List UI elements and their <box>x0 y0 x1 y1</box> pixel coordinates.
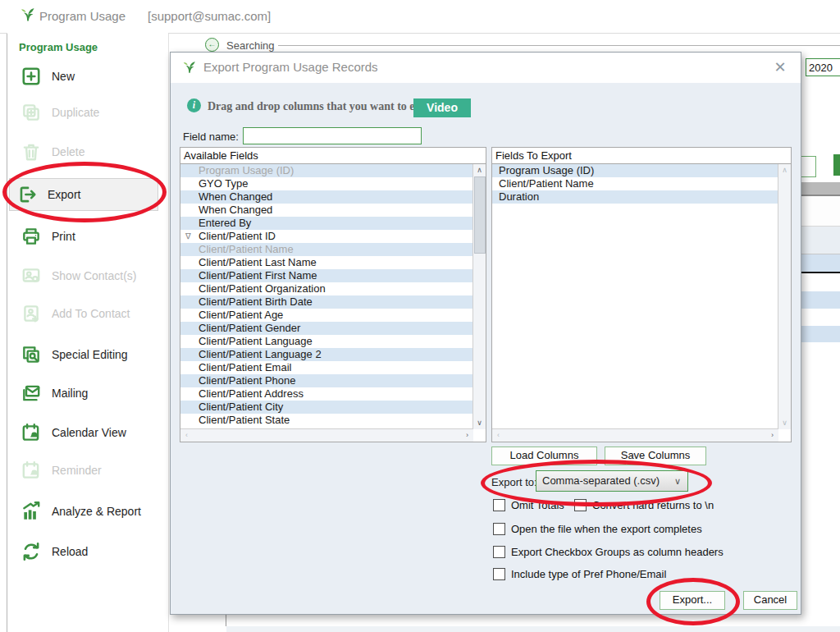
scroll-right-icon[interactable]: › <box>461 429 473 442</box>
field-row[interactable]: Client/Patient Age <box>180 309 473 322</box>
field-row[interactable]: Client/Patient Name <box>492 177 778 190</box>
sidebar-item-analyze-report[interactable]: Analyze & Report <box>14 495 167 528</box>
duplicate-icon <box>21 102 42 123</box>
collapse-search-icon[interactable]: ← <box>205 38 219 52</box>
checkbox-convert-hard-returns[interactable]: Convert hard returns to \n <box>574 499 714 511</box>
sidebar-item-calendar-view[interactable]: Calendar View <box>14 416 167 449</box>
export-format-dropdown[interactable]: Comma-separated (.csv) ∨ <box>536 470 688 492</box>
scroll-down-icon[interactable]: ∨ <box>778 417 791 429</box>
save-columns-button[interactable]: Save Columns <box>605 447 706 465</box>
load-columns-button[interactable]: Load Columns <box>491 447 597 465</box>
sidebar-item-label: Mailing <box>52 387 88 400</box>
field-row[interactable]: When Changed <box>180 204 473 217</box>
checkbox-label: Omit Totals <box>511 499 564 511</box>
field-row[interactable]: Client/Patient State <box>180 414 473 427</box>
fields-to-export-header: Fields To Export <box>492 148 791 164</box>
sidebar-item-new[interactable]: New <box>14 60 167 93</box>
field-row[interactable]: GYO Type <box>180 177 473 190</box>
field-row[interactable]: Client/Patient City <box>180 401 473 414</box>
field-row[interactable]: Client/Patient Last Name <box>180 256 473 269</box>
reload-icon <box>21 541 42 562</box>
export-to-label: Export to: <box>491 476 537 488</box>
checkbox-label: Export Checkbox Groups as column headers <box>511 546 724 558</box>
fields-to-export-panel: Fields To Export Program Usage (ID) Clie… <box>491 147 792 442</box>
search-groupbox-border <box>276 45 840 46</box>
sidebar-item-label: New <box>52 70 75 83</box>
scroll-left-icon[interactable]: ‹ <box>492 429 504 442</box>
checkbox-icon[interactable] <box>493 568 505 580</box>
sidebar-item-delete: Delete <box>14 135 167 168</box>
field-row[interactable]: Program Usage (ID) <box>492 164 778 177</box>
field-row[interactable]: Client/Patient Name <box>180 243 473 256</box>
calendar-bell-icon <box>21 422 42 443</box>
field-row[interactable]: Client/Patient Birth Date <box>180 295 473 309</box>
checkbox-icon[interactable] <box>574 499 587 511</box>
background-table-row <box>226 626 840 632</box>
cancel-button[interactable]: Cancel <box>743 591 797 610</box>
field-row[interactable]: Client/Patient Organization <box>180 282 473 295</box>
scroll-up-icon[interactable]: ∧ <box>778 164 791 176</box>
scroll-left-icon[interactable]: ‹ <box>180 429 193 442</box>
app-titlebar: Program Usage [support@sumac.com] <box>0 0 840 34</box>
sidebar-item-print[interactable]: Print <box>14 220 167 253</box>
field-row[interactable]: ∇Client/Patient ID <box>180 230 473 243</box>
field-marker-icon: ∇ <box>185 230 191 243</box>
field-row[interactable]: Client/Patient Address <box>180 387 473 401</box>
export-button[interactable]: Export... <box>660 591 725 610</box>
checkbox-label: Convert hard returns to \n <box>592 499 714 511</box>
fields-to-export-list: Program Usage (ID) Client/Patient Name D… <box>492 164 778 429</box>
scroll-down-icon[interactable]: ∨ <box>473 417 486 429</box>
checkbox-omit-totals[interactable]: Omit Totals <box>493 499 564 511</box>
background-green-button-fragment <box>833 154 840 176</box>
year-input[interactable] <box>806 58 840 76</box>
field-row[interactable]: Entered By <box>180 217 473 230</box>
field-row[interactable]: Duration <box>492 190 778 204</box>
checkbox-include-pref-type[interactable]: Include type of Pref Phone/Email <box>493 568 666 580</box>
app-logo-icon <box>20 7 36 23</box>
field-row[interactable]: When Changed <box>180 190 473 204</box>
sidebar-item-label: Delete <box>52 145 84 158</box>
sidebar-divider <box>168 33 169 632</box>
field-row[interactable]: Program Usage (ID) <box>180 164 473 177</box>
vertical-scrollbar[interactable]: ∧ ∨ <box>472 164 486 429</box>
checkbox-icon[interactable] <box>493 523 505 535</box>
available-fields-panel: Available Fields Program Usage (ID) GYO … <box>180 147 486 442</box>
checkbox-open-file[interactable]: Open the file when the export completes <box>493 523 702 535</box>
sidebar-item-export[interactable]: Export <box>9 178 158 211</box>
mail-icon <box>21 382 42 404</box>
field-row[interactable]: Client/Patient Language <box>180 335 473 348</box>
field-row[interactable]: Client/Patient Phone <box>180 374 473 387</box>
sidebar-item-reload[interactable]: Reload <box>14 535 167 568</box>
dialog-title: Export Program Usage Records <box>203 60 378 74</box>
background-table-row <box>797 196 840 227</box>
sidebar-item-special-editing[interactable]: Special Editing <box>14 338 167 371</box>
checkbox-icon[interactable] <box>493 546 505 558</box>
sidebar-item-label: Reminder <box>52 464 102 477</box>
background-table-divider <box>797 272 840 273</box>
horizontal-scrollbar[interactable]: ‹ › <box>492 428 778 442</box>
field-row[interactable]: Client/Patient Email <box>180 361 473 374</box>
scroll-up-icon[interactable]: ∧ <box>473 164 486 176</box>
background-table-row <box>797 326 840 342</box>
available-fields-header: Available Fields <box>180 148 486 164</box>
field-row[interactable]: Client/Patient First Name <box>180 269 473 282</box>
vertical-scrollbar[interactable]: ∧ ∨ <box>778 164 791 429</box>
background-table-row <box>797 309 840 326</box>
checkbox-icon[interactable] <box>493 499 505 511</box>
background-table-row <box>797 254 840 272</box>
scrollbar-thumb[interactable] <box>474 176 486 254</box>
sidebar-item-label: Calendar View <box>52 426 126 439</box>
close-icon[interactable]: ✕ <box>771 58 789 76</box>
horizontal-scrollbar[interactable]: ‹ › <box>180 428 473 442</box>
field-name-input[interactable] <box>243 127 422 144</box>
field-row[interactable]: Client/Patient Gender <box>180 322 473 335</box>
app-title: Program Usage <box>39 9 126 23</box>
sidebar-item-mailing[interactable]: Mailing <box>14 377 167 410</box>
scroll-right-icon[interactable]: › <box>766 429 778 442</box>
sidebar-item-label: Add To Contact <box>52 307 130 320</box>
video-button[interactable]: Video <box>413 98 471 117</box>
checkbox-export-checkbox-groups[interactable]: Export Checkbox Groups as column headers <box>493 546 724 558</box>
field-row[interactable]: Client/Patient Language 2 <box>180 348 473 361</box>
sidebar-item-duplicate: Duplicate <box>14 96 167 129</box>
field-name-label: Field name: <box>183 131 239 143</box>
